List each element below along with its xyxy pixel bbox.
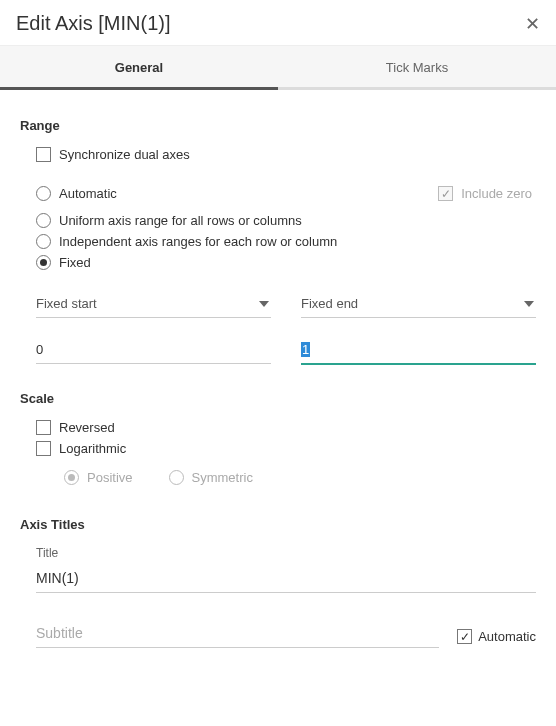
fixed-start-dropdown[interactable]: Fixed start [36,292,271,318]
range-automatic-radio[interactable] [36,186,51,201]
range-independent-label: Independent axis ranges for each row or … [59,234,337,249]
close-icon[interactable]: ✕ [525,15,540,33]
axis-subtitle-input[interactable]: Subtitle [36,621,439,648]
range-uniform-radio[interactable] [36,213,51,228]
axis-subtitle-placeholder: Subtitle [36,625,83,641]
tab-tick-marks[interactable]: Tick Marks [278,46,556,87]
fixed-start-value: 0 [36,342,43,357]
log-positive-label: Positive [87,470,133,485]
range-fixed-radio[interactable] [36,255,51,270]
logarithmic-checkbox[interactable] [36,441,51,456]
fixed-start-input[interactable]: 0 [36,338,271,364]
fixed-end-dropdown[interactable]: Fixed end [301,292,536,318]
fixed-end-value: 1 [301,342,310,357]
chevron-down-icon [259,301,269,307]
range-uniform-label: Uniform axis range for all rows or colum… [59,213,302,228]
section-axis-titles: Axis Titles [20,517,536,532]
tab-general-label: General [115,60,163,75]
subtitle-automatic-checkbox[interactable] [457,629,472,644]
dialog-title: Edit Axis [MIN(1)] [16,12,170,35]
subtitle-automatic-label: Automatic [478,629,536,644]
fixed-start-dropdown-label: Fixed start [36,296,97,311]
logarithmic-label: Logarithmic [59,441,126,456]
include-zero-label: Include zero [461,186,532,201]
range-independent-radio[interactable] [36,234,51,249]
fixed-end-dropdown-label: Fixed end [301,296,358,311]
axis-title-value: MIN(1) [36,570,79,586]
chevron-down-icon [524,301,534,307]
include-zero-checkbox [438,186,453,201]
section-scale: Scale [20,391,536,406]
sync-dual-axes-checkbox[interactable] [36,147,51,162]
range-automatic-label: Automatic [59,186,117,201]
section-range: Range [20,118,536,133]
tab-general[interactable]: General [0,46,278,87]
range-fixed-label: Fixed [59,255,91,270]
sync-dual-axes-label: Synchronize dual axes [59,147,190,162]
tab-tick-marks-label: Tick Marks [386,60,448,75]
log-positive-radio [64,470,79,485]
reversed-label: Reversed [59,420,115,435]
log-symmetric-label: Symmetric [192,470,253,485]
reversed-checkbox[interactable] [36,420,51,435]
axis-title-label: Title [36,546,536,560]
axis-title-input[interactable]: MIN(1) [36,566,536,593]
fixed-end-input[interactable]: 1 [301,338,536,365]
log-symmetric-radio [169,470,184,485]
